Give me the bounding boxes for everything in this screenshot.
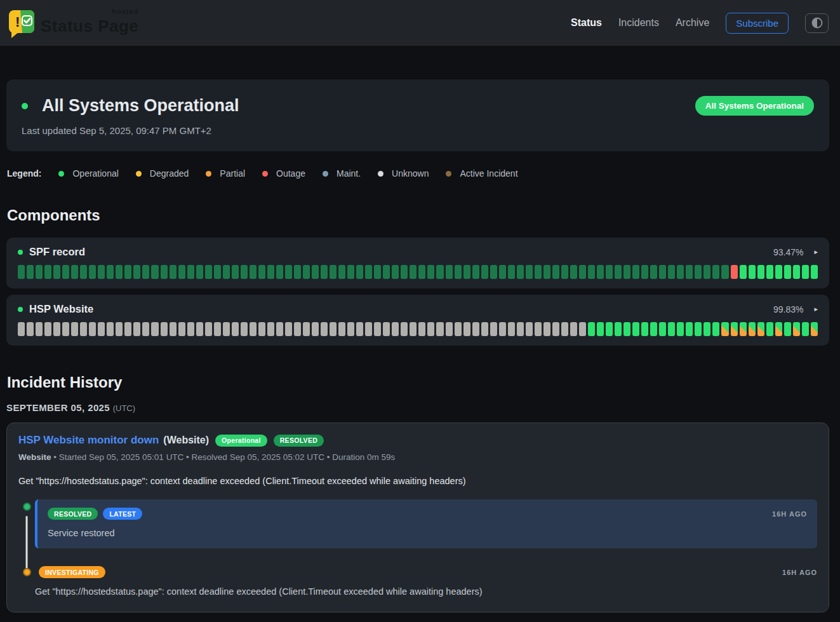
- uptime-bar: [588, 322, 595, 336]
- uptime-bar: [784, 265, 791, 279]
- brand[interactable]: ! hosted Status Page: [6, 6, 138, 39]
- component-card-hsp-website[interactable]: HSP Website99.83%▸: [6, 295, 829, 346]
- overall-status-dot: [22, 103, 28, 109]
- uptime-bar: [196, 265, 203, 279]
- uptime-bar: [632, 265, 639, 279]
- uptime-bar: [374, 322, 381, 336]
- uptime-bar: [285, 265, 292, 279]
- uptime-bar: [721, 322, 728, 336]
- uptime-bar: [695, 322, 702, 336]
- uptime-bar: [321, 265, 328, 279]
- legend-item-label: Active Incident: [460, 168, 517, 179]
- uptime-bar: [606, 322, 613, 336]
- timeline-dot: [23, 568, 31, 576]
- uptime-bar: [668, 265, 675, 279]
- incident-update: RESOLVEDLATEST16H AGOService restored: [18, 499, 817, 548]
- uptime-bar: [703, 322, 710, 336]
- uptime-bar: [775, 265, 782, 279]
- nav-status[interactable]: Status: [571, 17, 602, 29]
- uptime-bar: [365, 322, 372, 336]
- uptime-bar: [223, 265, 230, 279]
- expand-arrow-icon[interactable]: ▸: [814, 305, 818, 313]
- uptime-bar: [561, 322, 568, 336]
- uptime-bar: [721, 265, 728, 279]
- incident-title-link[interactable]: HSP Website monitor down: [18, 434, 159, 447]
- uptime-bar: [276, 322, 283, 336]
- uptime-bar: [241, 265, 248, 279]
- incident-title-badges: OperationalRESOLVED: [209, 435, 324, 447]
- uptime-bar: [570, 265, 577, 279]
- brand-superscript: hosted: [112, 8, 138, 15]
- expand-arrow-icon[interactable]: ▸: [814, 248, 818, 256]
- legend-item-outage: Outage: [262, 168, 305, 179]
- legend-dot-icon: [136, 171, 142, 177]
- uptime-bar: [677, 322, 684, 336]
- uptime-bar: [338, 265, 345, 279]
- incident-meta-component: Website: [18, 452, 51, 462]
- update-message: Service restored: [48, 528, 807, 538]
- svg-text:!: !: [15, 14, 20, 30]
- uptime-bar: [321, 322, 328, 336]
- uptime-bar: [561, 265, 568, 279]
- uptime-bar: [552, 265, 559, 279]
- uptime-bar: [766, 265, 773, 279]
- contrast-icon: [811, 17, 823, 29]
- component-card-spf-record[interactable]: SPF record93.47%▸: [6, 238, 829, 288]
- incident-history-title: Incident History: [7, 374, 829, 391]
- legend-dot-icon: [446, 171, 451, 177]
- component-uptime-percent: 93.47%: [773, 247, 803, 257]
- uptime-bar: [703, 265, 710, 279]
- uptime-bar: [401, 265, 408, 279]
- uptime-bar: [89, 322, 96, 336]
- uptime-bar: [170, 322, 177, 336]
- uptime-bar: [36, 322, 43, 336]
- uptime-bar: [499, 322, 506, 336]
- uptime-bar: [133, 322, 140, 336]
- uptime-bar: [133, 265, 140, 279]
- uptime-bar: [107, 322, 114, 336]
- badge-resolved: RESOLVED: [48, 508, 98, 520]
- uptime-bar: [80, 265, 87, 279]
- uptime-bar: [446, 265, 453, 279]
- uptime-bar: [214, 322, 221, 336]
- uptime-bar: [623, 322, 630, 336]
- legend-item-label: Degraded: [150, 168, 189, 179]
- legend-item-label: Maint.: [337, 168, 361, 179]
- uptime-bar: [62, 322, 69, 336]
- legend-item-unknown: Unknown: [378, 168, 429, 179]
- uptime-bar: [677, 265, 684, 279]
- legend-label: Legend:: [7, 168, 41, 179]
- uptime-bar: [27, 265, 34, 279]
- uptime-bar: [418, 265, 425, 279]
- uptime-bar: [526, 265, 533, 279]
- uptime-bar: [27, 322, 34, 336]
- update-timestamp: 16H AGO: [772, 510, 807, 518]
- legend-item-operational: Operational: [58, 168, 118, 179]
- uptime-bar: [535, 322, 542, 336]
- nav-archive[interactable]: Archive: [676, 17, 709, 29]
- update-message: Get "https://hostedstatus.page": context…: [35, 586, 817, 597]
- uptime-bar: [116, 322, 123, 336]
- uptime-bar: [749, 265, 756, 279]
- uptime-bar: [757, 265, 764, 279]
- theme-toggle-button[interactable]: [805, 13, 829, 33]
- uptime-bar: [543, 265, 550, 279]
- uptime-bar: [418, 322, 425, 336]
- uptime-bar: [312, 265, 319, 279]
- uptime-bar: [490, 265, 497, 279]
- component-status-dot: [18, 307, 23, 312]
- component-name: HSP Website: [29, 303, 93, 315]
- uptime-bar: [811, 322, 818, 336]
- uptime-bar: [472, 265, 479, 279]
- uptime-bar: [187, 265, 194, 279]
- components-list: SPF record93.47%▸HSP Website99.83%▸: [6, 238, 829, 346]
- legend-item-label: Operational: [72, 168, 118, 179]
- incident-description: Get "https://hostedstatus.page": context…: [18, 476, 817, 486]
- uptime-bar: [258, 265, 265, 279]
- subscribe-button[interactable]: Subscribe: [726, 13, 789, 34]
- uptime-bar: [53, 265, 60, 279]
- nav-incidents[interactable]: Incidents: [618, 17, 659, 29]
- uptime-bar: [802, 322, 809, 336]
- uptime-bar: [98, 265, 105, 279]
- uptime-bar: [543, 322, 550, 336]
